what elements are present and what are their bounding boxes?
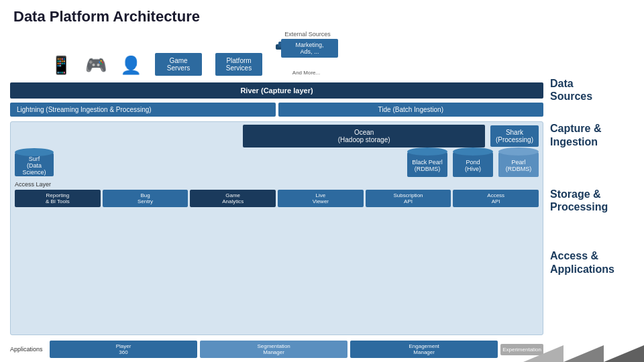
access-layer-section: Access Layer Reporting& BI Tools BugSent… <box>15 180 539 207</box>
black-pearl-label: Black Pearl(RDBMS) <box>412 156 443 172</box>
tri-3 <box>604 345 644 362</box>
ext-box-front: Marketing, Ads, ... <box>281 39 338 58</box>
label-access-applications: Access &Applications <box>550 244 637 281</box>
black-pearl-cylinder-box: Black Pearl(RDBMS) <box>407 152 447 177</box>
applications-label: Applications <box>10 346 47 353</box>
access-bug-sentry: BugSentry <box>103 190 189 207</box>
pond-label: Pond(Hive) <box>465 156 481 172</box>
mobile-icon: 📱 <box>50 55 72 76</box>
cylinders-row: Surf(DataScience) Black Pearl(RDBMS) Pon… <box>15 152 539 177</box>
label-data-sources: DataSources <box>550 66 637 113</box>
page-title: Data Platform Architecture <box>0 0 644 29</box>
app-player360: Player360 <box>50 341 197 358</box>
ocean-shark-row: Ocean (Hadoop storage) Shark (Processing… <box>15 125 539 147</box>
river-box: River (Capture layer) <box>10 82 543 99</box>
access-applications-title: Access &Applications <box>550 249 614 275</box>
pearl-cylinder: Pearl(RDBMS) <box>498 152 539 177</box>
access-subscription-api: SubscriptionAPI <box>366 190 451 207</box>
label-storage-processing: Storage &Processing <box>550 157 637 244</box>
access-layer-label: Access Layer <box>15 180 539 189</box>
pearl-cylinder-box: Pearl(RDBMS) <box>498 152 539 177</box>
pond-cylinder-box: Pond(Hive) <box>453 152 493 177</box>
surf-label: Surf(DataScience) <box>22 153 46 176</box>
app-engagement: EngagementManager <box>350 341 498 358</box>
black-pearl-cylinder: Black Pearl(RDBMS) <box>407 152 447 177</box>
lightning-box: Lightning (Streaming Ingestion & Process… <box>10 103 276 117</box>
capture-ingestion-title: Capture &Ingestion <box>550 122 601 147</box>
right-labels-column: DataSources Capture &Ingestion Storage &… <box>550 29 637 358</box>
tri-1 <box>523 345 564 362</box>
data-sources-title: DataSources <box>550 77 592 103</box>
surf-cylinder: Surf(DataScience) <box>15 152 54 176</box>
diagram-area: 📱 🎮 👤 Game Servers Platform Services Ext… <box>10 29 543 358</box>
ingestion-row: Lightning (Streaming Ingestion & Process… <box>10 103 543 117</box>
footer-decoration <box>523 345 644 362</box>
app-segmentation: SegmentationManager <box>200 341 347 358</box>
top-icons-row: 📱 🎮 👤 Game Servers Platform Services Ext… <box>50 29 543 78</box>
external-sources-col: External Sources Marketing, Ads, ... And… <box>276 31 339 76</box>
access-live-viewer: LiveViewer <box>278 190 364 207</box>
external-sources-label: External Sources <box>284 31 331 38</box>
shark-box: Shark (Processing) <box>490 125 539 147</box>
access-access-api: AccessAPI <box>453 190 539 207</box>
pond-cylinder: Pond(Hive) <box>453 152 493 177</box>
access-reporting: Reporting& BI Tools <box>15 190 101 207</box>
gamepad-icon: 🎮 <box>85 55 107 76</box>
pearl-label: Pearl(RDBMS) <box>506 156 532 172</box>
storage-processing-title: Storage &Processing <box>550 188 608 213</box>
game-servers-box: Game Servers <box>155 53 202 76</box>
and-more-label: And More... <box>292 70 323 76</box>
applications-row: Applications Player360 SegmentationManag… <box>10 341 543 358</box>
surf-cylinder-box: Surf(DataScience) <box>15 152 54 176</box>
storage-processing-area: Ocean (Hadoop storage) Shark (Processing… <box>10 121 543 335</box>
tide-box: Tide (Batch Ingestion) <box>278 103 544 117</box>
tri-2 <box>564 345 604 362</box>
access-game-analytics: GameAnalytics <box>190 190 276 207</box>
platform-services-box: Platform Services <box>215 53 262 76</box>
label-capture-ingestion: Capture &Ingestion <box>550 113 637 157</box>
ocean-box: Ocean (Hadoop storage) <box>243 125 484 147</box>
user-icon: 👤 <box>120 55 142 76</box>
access-row: Reporting& BI Tools BugSentry GameAnalyt… <box>15 190 539 207</box>
